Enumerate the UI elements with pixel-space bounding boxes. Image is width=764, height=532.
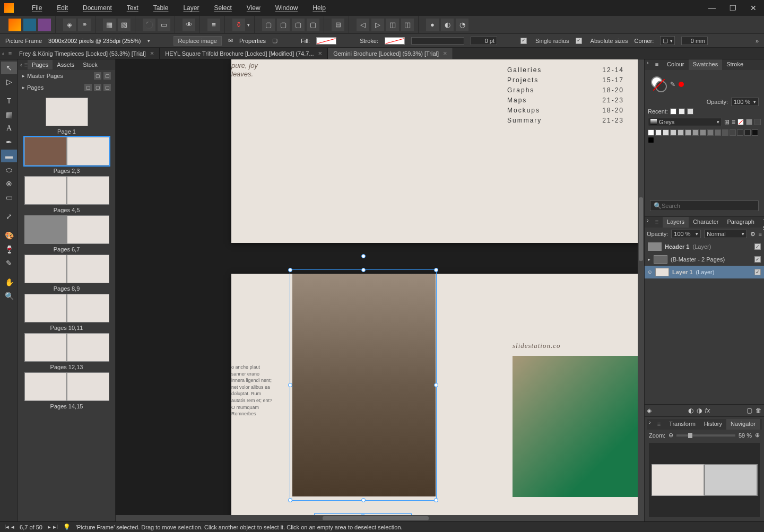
swatch[interactable] xyxy=(648,129,654,136)
transparency-tool-icon[interactable]: 🍷 xyxy=(1,243,17,256)
preview-icon[interactable]: 👁 xyxy=(183,19,195,31)
swatch-search[interactable]: 🔍 xyxy=(650,200,759,211)
layer-more-icon[interactable]: ≡ xyxy=(759,231,762,237)
layer-adj-icon[interactable]: ◐ xyxy=(688,407,693,414)
shape2-icon[interactable]: ◐ xyxy=(441,19,454,31)
opacity-input[interactable]: 100 % xyxy=(731,98,759,106)
move-back-icon[interactable]: ▢ xyxy=(262,19,275,31)
table-tool-icon[interactable]: ▦ xyxy=(1,108,17,121)
snap-dropdown-icon[interactable]: ▾ xyxy=(247,22,250,28)
persona-designer-icon[interactable] xyxy=(23,19,36,31)
context-overflow-icon[interactable]: » xyxy=(756,38,759,44)
rotate-ccw-icon[interactable]: ◫ xyxy=(386,19,399,31)
history-tab[interactable]: History xyxy=(700,419,726,430)
layer-visible-checkbox[interactable] xyxy=(754,256,761,263)
thumb-page-1[interactable]: Page 1 xyxy=(20,98,113,135)
zoom-tool-icon[interactable]: 🔍 xyxy=(1,290,17,302)
artistic-text-tool-icon[interactable]: A xyxy=(1,122,17,135)
thumb-pages-12-13[interactable]: Pages 12,13 xyxy=(20,333,113,370)
shape1-icon[interactable]: ● xyxy=(426,19,439,31)
master-add-icon[interactable]: ▢ xyxy=(94,72,101,80)
menu-layer[interactable]: Layer xyxy=(176,1,206,15)
layers-tab[interactable]: Layers xyxy=(663,217,689,228)
menu-document[interactable]: Document xyxy=(75,1,119,15)
transform-tab[interactable]: Transform xyxy=(665,419,700,430)
forward-one-icon[interactable]: ▢ xyxy=(292,19,305,31)
stroke-tab[interactable]: Stroke xyxy=(722,59,748,70)
nav-collapse-icon[interactable]: › xyxy=(647,419,653,430)
maximize-button[interactable]: ❐ xyxy=(726,3,740,13)
blend-mode-dropdown[interactable]: Normal xyxy=(704,230,746,238)
last-page-icon[interactable]: ▸I xyxy=(53,524,58,530)
nav-menu-icon[interactable]: ≡ xyxy=(653,419,665,430)
menu-text[interactable]: Text xyxy=(119,1,146,15)
swatch[interactable] xyxy=(722,129,728,136)
swatches-tab[interactable]: Swatches xyxy=(689,59,723,70)
rotate-cw-icon[interactable]: ◫ xyxy=(401,19,414,31)
shape3-icon[interactable]: ◔ xyxy=(456,19,468,31)
stock-tab[interactable]: Stock xyxy=(79,60,102,69)
prev-page-icon[interactable]: ◂ xyxy=(11,524,14,530)
canvas[interactable]: pure, joyleaves. Galleries12-14 Projects… xyxy=(116,59,644,521)
persona-publisher-icon[interactable] xyxy=(8,19,21,31)
tabs-more-icon[interactable]: ≡ xyxy=(6,50,14,57)
page-add-icon[interactable]: ▢ xyxy=(84,84,92,91)
thumb-pages-8-9[interactable]: Pages 8,9 xyxy=(20,255,113,292)
close-button[interactable]: ✕ xyxy=(747,3,760,13)
frame-text-tool-icon[interactable]: T xyxy=(1,94,17,107)
swatch[interactable] xyxy=(715,129,721,136)
flip-h-icon[interactable]: ◁ xyxy=(357,19,369,31)
fill-tool-icon[interactable]: 🎨 xyxy=(1,229,17,242)
menu-window[interactable]: Window xyxy=(268,1,306,15)
eyedropper-tool-icon[interactable]: ✎ xyxy=(1,257,17,269)
doc-tab-3-close-icon[interactable]: × xyxy=(443,49,447,57)
rp-menu-icon[interactable]: ≡ xyxy=(651,59,663,70)
single-radius-checkbox[interactable] xyxy=(520,38,527,44)
arrange-icon[interactable]: ◈ xyxy=(63,19,76,31)
menu-file[interactable]: File xyxy=(24,1,49,15)
swatch[interactable] xyxy=(700,129,706,136)
swatch[interactable] xyxy=(663,129,669,136)
pages-header[interactable]: Pages ▢▢▢ xyxy=(18,82,115,93)
thumb-pages-4-5[interactable]: Pages 4,5 xyxy=(20,176,113,213)
rp-collapse-icon[interactable]: › xyxy=(645,59,651,70)
pen-tool-icon[interactable]: ✒ xyxy=(1,136,17,149)
text-wrap-icon[interactable]: ▧ xyxy=(118,19,131,31)
master-opts-icon[interactable]: ▢ xyxy=(103,72,111,80)
handle-n[interactable] xyxy=(361,268,366,272)
swatch[interactable] xyxy=(707,129,714,136)
link-icon[interactable]: ⚭ xyxy=(78,19,91,31)
layer-visible-checkbox[interactable] xyxy=(754,269,761,275)
menu-select[interactable]: Select xyxy=(206,1,239,15)
doc-tab-1[interactable]: Frey & König Timepieces [Locked] (53.3%)… xyxy=(14,48,160,59)
swatch-search-input[interactable] xyxy=(662,203,755,209)
character-tab[interactable]: Character xyxy=(689,217,723,228)
move-front-icon[interactable]: ▢ xyxy=(307,19,319,31)
fill-stroke-swatch-icon[interactable] xyxy=(651,76,667,92)
layer-layer1[interactable]: ⊙ Layer 1(Layer) xyxy=(645,266,764,278)
persona-photo-icon[interactable] xyxy=(38,19,51,31)
layer-mask-icon[interactable]: ◈ xyxy=(647,407,652,414)
navigator-preview[interactable] xyxy=(649,443,760,517)
swatch[interactable] xyxy=(752,129,758,136)
layer-visible-checkbox[interactable] xyxy=(754,243,761,250)
menu-table[interactable]: Table xyxy=(146,1,176,15)
swatch[interactable] xyxy=(648,137,654,143)
assets-tab[interactable]: Assets xyxy=(53,60,79,69)
baseline-grid-icon[interactable]: ▦ xyxy=(103,19,116,31)
doc-tab-1-close-icon[interactable]: × xyxy=(150,49,154,57)
layer-delete-icon[interactable]: 🗑 xyxy=(756,407,762,414)
thumb-pages-2-3[interactable]: Pages 2,3 xyxy=(20,137,113,174)
node-tool-icon[interactable]: ▷ xyxy=(1,75,17,88)
properties-button[interactable]: Properties xyxy=(239,38,266,44)
swatch[interactable] xyxy=(678,129,684,136)
flip-v-icon[interactable]: ▷ xyxy=(371,19,384,31)
fill-swatch[interactable] xyxy=(316,37,336,45)
swatch[interactable] xyxy=(670,129,676,136)
corner-type-dropdown[interactable]: ▢ xyxy=(660,36,675,45)
next-page-icon[interactable]: ▸ xyxy=(48,524,51,530)
zoom-in-icon[interactable]: ⊕ xyxy=(755,432,760,439)
menu-help[interactable]: Help xyxy=(305,1,333,15)
layer-bmaster[interactable]: ▸ (B-Master - 2 Pages) xyxy=(645,253,764,266)
palette-dropdown[interactable]: Greys xyxy=(648,118,722,126)
